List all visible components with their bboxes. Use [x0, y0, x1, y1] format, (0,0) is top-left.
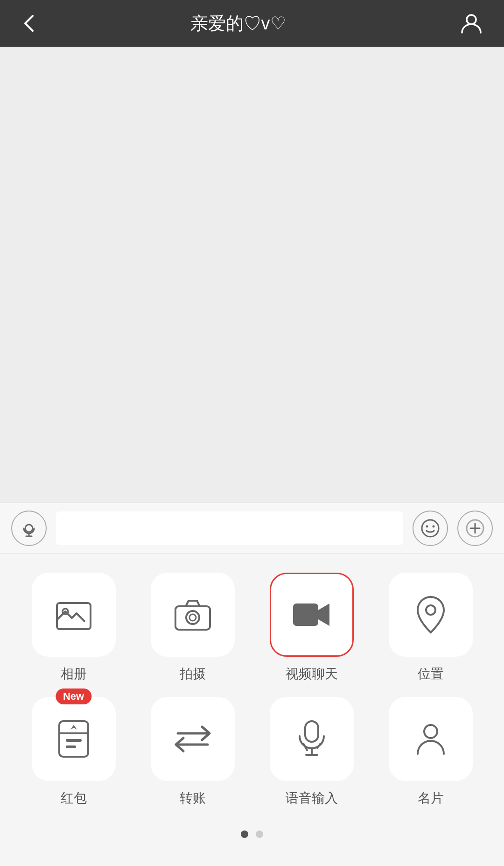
panel-item-business-card[interactable]: 名片 [376, 697, 485, 807]
svg-point-25 [424, 725, 437, 738]
chat-area [0, 47, 504, 503]
svg-rect-15 [293, 603, 318, 626]
transfer-label: 转账 [180, 789, 206, 807]
business-card-label: 名片 [418, 789, 444, 807]
pagination-dot-1[interactable] [241, 831, 248, 838]
panel-grid-row1: 相册 拍摄 视频聊天 [19, 573, 485, 807]
svg-point-4 [422, 520, 439, 537]
location-label: 位置 [418, 665, 444, 683]
camera-label: 拍摄 [180, 665, 206, 683]
message-input[interactable] [56, 511, 403, 545]
svg-point-1 [25, 525, 33, 532]
svg-point-13 [186, 611, 199, 624]
panel-item-red-packet[interactable]: New 红包 [19, 697, 128, 807]
profile-button[interactable] [457, 9, 485, 37]
audio-button[interactable] [11, 511, 47, 546]
pagination-dot-2[interactable] [256, 831, 263, 838]
panel-item-album[interactable]: 相册 [19, 573, 128, 683]
red-packet-label: 红包 [61, 789, 87, 807]
camera-icon-wrap [151, 573, 235, 657]
svg-point-0 [467, 15, 476, 24]
transfer-icon-wrap [151, 697, 235, 781]
video-chat-label: 视频聊天 [286, 665, 338, 683]
panel-item-transfer[interactable]: 转账 [138, 697, 247, 807]
svg-point-5 [426, 525, 428, 528]
location-icon-wrap [389, 573, 473, 657]
video-chat-icon-wrap [270, 573, 354, 657]
input-bar [0, 503, 504, 554]
svg-rect-18 [66, 739, 82, 742]
album-label: 相册 [61, 665, 87, 683]
emoji-button[interactable] [413, 511, 448, 546]
svg-rect-19 [66, 745, 76, 748]
panel-item-voice-input[interactable]: 语音输入 [257, 697, 366, 807]
panel-item-video-chat[interactable]: 视频聊天 [257, 573, 366, 683]
business-card-icon-wrap [389, 697, 473, 781]
panel-item-location[interactable]: 位置 [376, 573, 485, 683]
new-badge: New [56, 689, 91, 704]
svg-point-14 [189, 614, 196, 621]
album-icon-wrap [32, 573, 116, 657]
svg-rect-12 [175, 606, 210, 630]
svg-point-16 [426, 605, 435, 615]
header: 亲爱的♡v♡ [0, 0, 504, 47]
panel-area: 相册 拍摄 视频聊天 [0, 554, 504, 866]
add-button[interactable] [457, 511, 493, 546]
red-packet-icon-wrap: New [32, 697, 116, 781]
voice-input-icon-wrap [270, 697, 354, 781]
pagination [19, 821, 485, 857]
chat-title: 亲爱的♡v♡ [19, 12, 457, 35]
svg-point-6 [433, 525, 435, 528]
svg-rect-20 [305, 721, 318, 742]
panel-item-camera[interactable]: 拍摄 [138, 573, 247, 683]
voice-input-label: 语音输入 [286, 789, 338, 807]
